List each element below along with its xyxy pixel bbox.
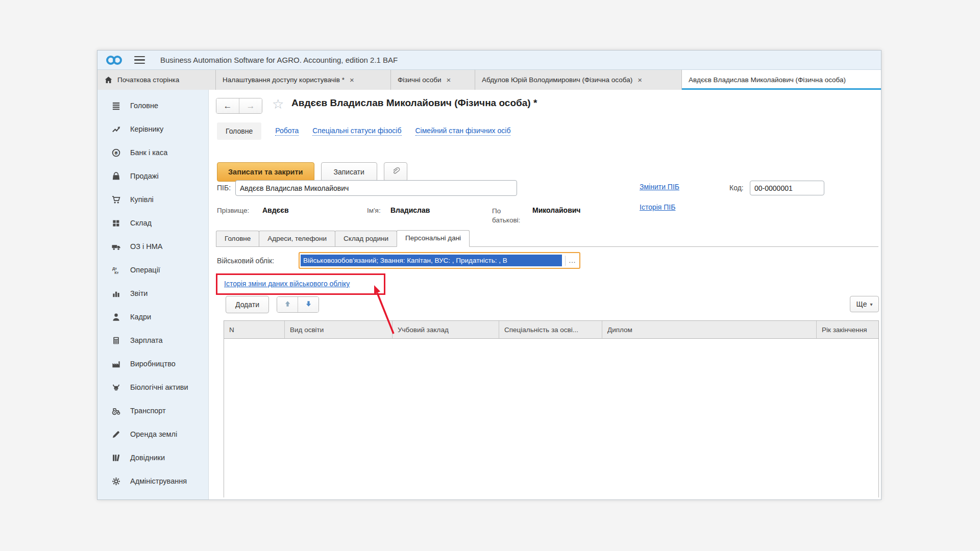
tab-home[interactable]: Початкова сторінка xyxy=(97,70,216,90)
column-header-n[interactable]: N xyxy=(224,321,285,338)
sidebar-item-orenda-zemli[interactable]: Оренда землі xyxy=(97,422,208,446)
pib-input[interactable] xyxy=(235,180,517,196)
detail-tab-sklad-rodyny[interactable]: Склад родини xyxy=(335,231,397,246)
sidebar-item-kupivli[interactable]: Купівлі xyxy=(97,188,208,211)
sidebar-item-kerivnyku[interactable]: Керівнику xyxy=(97,117,208,141)
caret-down-icon: ▾ xyxy=(870,302,872,307)
sidebar-item-label: Банк і каса xyxy=(130,148,167,157)
section-link-spetsialni-statusy[interactable]: Спеціальні статуси фізосіб xyxy=(312,127,401,136)
sidebar-item-label: Кадри xyxy=(130,313,151,321)
sidebar-item-prodazhi[interactable]: Продажі xyxy=(97,164,208,188)
app-window: Business Automation Software for AGRO. A… xyxy=(97,50,881,500)
page-title: Авдєєв Владислав Миколайович (Фізична ос… xyxy=(291,97,537,109)
surname-value: Авдєєв xyxy=(262,206,289,214)
column-header-uchbovyi-zaklad[interactable]: Учбовий заклад xyxy=(393,321,499,338)
sidebar-item-vyrobnytstvo[interactable]: Виробництво xyxy=(97,352,208,375)
section-link-robota[interactable]: Робота xyxy=(275,127,299,136)
sidebar-item-label: Звіти xyxy=(130,289,148,297)
tab-fizychni-osoby[interactable]: Фізичні особи × xyxy=(391,70,475,90)
paperclip-icon xyxy=(391,166,400,178)
sidebar-item-oz-i-nma[interactable]: ОЗ і НМА xyxy=(97,235,208,258)
sidebar-item-zarplata[interactable]: Зарплата xyxy=(97,329,208,352)
sidebar-item-transport[interactable]: Транспорт xyxy=(97,399,208,422)
save-and-close-button[interactable]: Записати та закрити xyxy=(217,162,314,182)
sidebar-item-label: Транспорт xyxy=(130,407,166,415)
app-title: Business Automation Software for AGRO. A… xyxy=(160,56,398,64)
section-link-simeinyi-stan[interactable]: Сімейний стан фізичних осіб xyxy=(415,127,511,136)
section-holovne-active[interactable]: Головне xyxy=(217,122,261,140)
section-nav: Головне Робота Спеціальні статуси фізосі… xyxy=(217,122,510,140)
favorite-star-icon[interactable]: ☆ xyxy=(272,96,284,112)
forward-button[interactable]: → xyxy=(239,98,262,113)
close-tab-icon[interactable]: × xyxy=(446,76,451,84)
military-history-link[interactable]: Історія зміни даних військового обліку xyxy=(224,280,350,288)
tab-label: Авдєєв Владислав Миколайович (Фізична ос… xyxy=(689,76,846,84)
code-label: Код: xyxy=(729,184,744,192)
detail-tab-holovne[interactable]: Головне xyxy=(216,231,259,246)
calculator-icon xyxy=(111,335,121,345)
firstname-label: Ім'я: xyxy=(367,207,381,214)
menu-lines-icon xyxy=(111,101,121,111)
pencil-icon xyxy=(111,429,121,439)
close-tab-icon[interactable]: × xyxy=(350,76,354,84)
sidebar-item-sklad[interactable]: Склад xyxy=(97,211,208,235)
tractor-icon xyxy=(111,406,121,416)
detail-tab-personalni-dani[interactable]: Персональні дані xyxy=(397,230,470,247)
sidebar-item-administruvannia[interactable]: Адміністрування xyxy=(97,469,208,493)
sidebar-item-dovidnyky[interactable]: Довідники xyxy=(97,446,208,469)
tab-avdeev-active[interactable]: Авдєєв Владислав Миколайович (Фізична ос… xyxy=(682,70,881,90)
column-header-spetsialnist[interactable]: Спеціальність за осві... xyxy=(499,321,602,338)
tab-label: Абдулов Юрій Володимирович (Фізична особ… xyxy=(482,76,632,84)
gear-icon xyxy=(111,476,121,486)
column-header-rik-zakinchennia[interactable]: Рік закінчення xyxy=(817,321,878,338)
more-button[interactable]: Ще ▾ xyxy=(850,296,879,312)
code-input[interactable] xyxy=(750,181,824,195)
sidebar-item-label: Оренда землі xyxy=(130,430,177,438)
sidebar-item-label: Склад xyxy=(130,219,152,227)
change-pib-link[interactable]: Змінити ПІБ xyxy=(640,183,679,191)
sidebar-item-label: Купівлі xyxy=(130,195,154,204)
sidebar-item-bank-i-kasa[interactable]: ₴ Банк і каса xyxy=(97,141,208,164)
sidebar-item-kadry[interactable]: Кадри xyxy=(97,305,208,329)
pib-label: ПІБ: xyxy=(217,184,231,192)
sidebar-item-label: Головне xyxy=(130,102,158,110)
sidebar-item-biolohichni-aktyvy[interactable]: Біологічні активи xyxy=(97,375,208,399)
main-menu-button[interactable] xyxy=(134,56,145,64)
detail-tab-adresy-telefony[interactable]: Адреси, телефони xyxy=(259,231,335,246)
tab-label: Налаштування доступу користувачів * xyxy=(223,76,345,84)
move-down-button[interactable] xyxy=(298,297,318,312)
surname-label: Прізвище: xyxy=(217,207,249,214)
sidebar-item-label: Біологічні активи xyxy=(130,383,188,391)
tab-access-settings[interactable]: Налаштування доступу користувачів * × xyxy=(216,70,391,90)
sidebar-item-zvity[interactable]: Звіти xyxy=(97,282,208,305)
firstname-value: Владислав xyxy=(390,206,430,214)
home-icon xyxy=(104,76,113,84)
military-more-button[interactable]: ... xyxy=(566,257,579,264)
save-button[interactable]: Записати xyxy=(321,162,377,182)
hryvnia-coin-icon: ₴ xyxy=(111,147,121,158)
books-icon xyxy=(111,453,121,463)
patronymic-label: По батькові: xyxy=(492,207,524,225)
warehouse-grid-icon xyxy=(111,218,121,228)
cow-icon xyxy=(111,382,121,392)
add-button[interactable]: Додати xyxy=(226,296,269,313)
sidebar-item-operatsii[interactable]: ДтКт Операції xyxy=(97,258,208,282)
patronymic-value: Миколайович xyxy=(532,206,580,214)
column-header-vyd-osvity[interactable]: Вид освіти xyxy=(285,321,393,338)
sidebar: Головне Керівнику ₴ Банк і каса Продажі … xyxy=(97,90,209,500)
tab-abdulov[interactable]: Абдулов Юрій Володимирович (Фізична особ… xyxy=(475,70,682,90)
close-tab-icon[interactable]: × xyxy=(638,76,642,84)
military-field[interactable]: Військовозобов'язаний; Звання: Капітан, … xyxy=(299,252,580,269)
sidebar-item-label: Адміністрування xyxy=(130,477,187,485)
back-button[interactable]: ← xyxy=(216,98,239,113)
bar-chart-icon xyxy=(111,288,121,298)
svg-text:Кт: Кт xyxy=(114,270,119,275)
detail-tabs: Головне Адреси, телефони Склад родини Пе… xyxy=(216,231,878,247)
shopping-cart-icon xyxy=(111,194,121,205)
more-button-label: Ще xyxy=(856,300,867,308)
column-header-dyplom[interactable]: Диплом xyxy=(602,321,817,338)
move-up-button[interactable] xyxy=(277,297,298,312)
attach-button[interactable] xyxy=(384,162,407,182)
history-pib-link[interactable]: Історія ПІБ xyxy=(640,203,675,211)
sidebar-item-holovne[interactable]: Головне xyxy=(97,94,208,117)
